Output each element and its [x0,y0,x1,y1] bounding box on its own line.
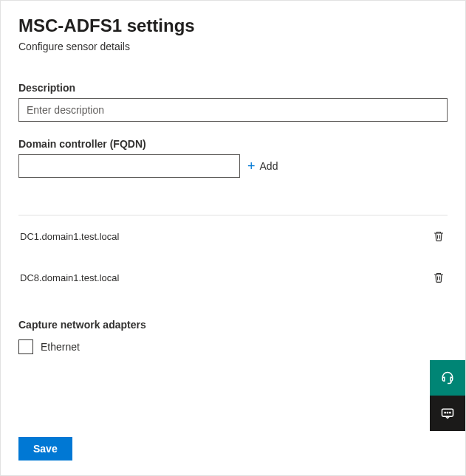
fqdn-input[interactable] [18,154,240,178]
adapters-label: Capture network adapters [18,319,448,331]
trash-icon [433,230,445,242]
page-subtitle: Configure sensor details [18,41,448,52]
add-button[interactable]: + Add [247,159,278,173]
dc-name: DC1.domain1.test.local [20,231,119,242]
chat-icon [440,406,455,421]
dc-name: DC8.domain1.test.local [20,272,119,283]
add-label: Add [260,160,278,172]
plus-icon: + [247,159,256,173]
ethernet-checkbox[interactable] [18,339,33,354]
list-item: DC1.domain1.test.local [18,215,448,257]
save-button[interactable]: Save [18,437,72,461]
dc-list: DC1.domain1.test.local DC8.domain1.test.… [18,215,448,298]
fqdn-label: Domain controller (FQDN) [18,138,448,150]
svg-point-3 [450,413,450,413]
feedback-button[interactable] [430,396,465,431]
description-input[interactable] [18,98,448,122]
svg-point-2 [447,413,448,413]
ethernet-label: Ethernet [41,341,80,353]
svg-point-1 [445,413,445,413]
trash-icon [433,272,445,283]
description-label: Description [18,82,448,94]
delete-button[interactable] [431,270,446,285]
support-button[interactable] [430,360,465,396]
headset-icon [440,370,455,385]
delete-button[interactable] [431,229,446,244]
page-title: MSC-ADFS1 settings [18,15,448,36]
list-item: DC8.domain1.test.local [18,257,448,298]
